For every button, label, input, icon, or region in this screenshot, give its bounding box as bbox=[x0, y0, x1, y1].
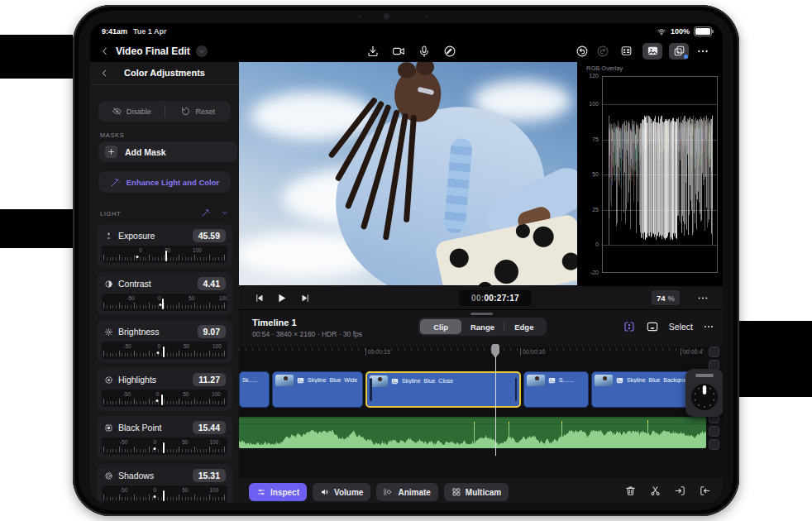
scrollbar-segment[interactable] bbox=[709, 439, 719, 450]
button-label: Multicam bbox=[466, 488, 501, 497]
slider-handle[interactable] bbox=[163, 442, 165, 453]
slider-card-brightness[interactable]: Brightness9.07-50050100 bbox=[97, 320, 232, 363]
timeline-clip[interactable]: Sk...... bbox=[239, 371, 270, 408]
slider-value[interactable]: 15.31 bbox=[193, 469, 226, 482]
clip-thumbnail bbox=[370, 375, 388, 387]
clip-action-buttons bbox=[624, 485, 711, 497]
photo-icon bbox=[547, 376, 556, 385]
disable-button[interactable]: Disable bbox=[98, 101, 165, 122]
timeline-clip[interactable]: Skyline_Blue_Close bbox=[365, 371, 521, 408]
slider-handle[interactable] bbox=[162, 299, 164, 309]
undo-button[interactable] bbox=[575, 44, 589, 58]
trim-handle-left[interactable] bbox=[370, 378, 372, 401]
reset-button[interactable]: Reset bbox=[165, 101, 232, 122]
add-mask-button[interactable]: Add Mask bbox=[98, 141, 237, 162]
trim-handle-right[interactable] bbox=[515, 378, 518, 401]
app-screen: 9:41am Tue 1 Apr 100% Video Final Edit bbox=[90, 23, 723, 503]
timeline-title: Timeline 1 bbox=[252, 318, 297, 327]
media-browser-button[interactable] bbox=[642, 43, 662, 60]
slider-handle[interactable] bbox=[161, 394, 163, 405]
slider-label: Brightness bbox=[118, 327, 193, 337]
disable-label: Disable bbox=[127, 108, 151, 116]
timeline-clip[interactable]: Skyline_Blue_Wide bbox=[272, 371, 363, 408]
redo-button[interactable] bbox=[595, 44, 609, 58]
slider-label: Highlights bbox=[118, 375, 188, 385]
blade-split-icon[interactable] bbox=[649, 485, 662, 497]
select-button[interactable]: Select bbox=[669, 322, 693, 332]
slider-value[interactable]: 11.27 bbox=[193, 373, 226, 386]
timeline-clip[interactable]: S....... bbox=[523, 371, 589, 408]
inspector-button[interactable] bbox=[616, 43, 636, 60]
timecode-display: 00:00:27:17 bbox=[459, 290, 532, 306]
light-collapse-icon[interactable] bbox=[221, 208, 229, 217]
timeline-mode-clip[interactable]: Clip bbox=[420, 319, 461, 334]
slider-ruler-contrast[interactable]: -50050100 bbox=[102, 294, 227, 311]
audio-track-waveform[interactable] bbox=[239, 417, 706, 448]
status-time: 9:41am bbox=[102, 27, 127, 36]
timecode-value: 00:27:17 bbox=[484, 294, 518, 303]
slider-ruler-highlights[interactable]: -50050100 bbox=[102, 390, 227, 407]
magnetic-timeline-icon[interactable] bbox=[623, 320, 636, 333]
back-icon[interactable] bbox=[100, 46, 110, 56]
light-auto-wand-icon[interactable] bbox=[201, 208, 211, 217]
record-video-icon[interactable] bbox=[392, 45, 405, 58]
slider-value[interactable]: 45.59 bbox=[193, 229, 226, 242]
slider-ruler-brightness[interactable]: -50050100 bbox=[102, 342, 227, 359]
project-title[interactable]: Video Final Edit bbox=[116, 45, 190, 57]
effects-badge bbox=[684, 55, 688, 59]
viewer-more-icon[interactable] bbox=[696, 292, 709, 304]
timeline-drag-handle[interactable] bbox=[470, 313, 493, 315]
volume-button[interactable]: Volume bbox=[313, 483, 370, 501]
edit-mode-segmented-control: ClipRangeEdge bbox=[418, 318, 547, 336]
rgb-overlay-scope: RGB Overlay 1201007550250-20 bbox=[577, 62, 723, 285]
dial-grab-bar[interactable] bbox=[695, 374, 714, 377]
slider-value[interactable]: 9.07 bbox=[198, 325, 226, 338]
slider-value[interactable]: 4.41 bbox=[198, 277, 226, 290]
slider-ruler-exposure[interactable]: 050100 bbox=[102, 246, 227, 263]
timeline-toolbar: InspectVolumeAnimateMulticam bbox=[249, 483, 509, 501]
slider-card-contrast[interactable]: Contrast4.41-50050100 bbox=[97, 272, 232, 315]
live-drawing-icon[interactable] bbox=[443, 45, 456, 58]
insert-clip-icon[interactable] bbox=[674, 485, 686, 497]
slider-ruler-shadows[interactable]: -50050100 bbox=[102, 485, 227, 503]
inspect-button[interactable]: Inspect bbox=[249, 483, 307, 501]
viewer-zoom-button[interactable]: 74 % bbox=[652, 290, 680, 305]
shadows-icon bbox=[104, 471, 113, 480]
scrollbar-segment[interactable] bbox=[709, 347, 719, 357]
timeline-ruler[interactable]: 00:00:1500:00:3000:00:4 bbox=[239, 347, 706, 360]
zoom-value: 74 bbox=[657, 294, 666, 303]
next-frame-button[interactable] bbox=[300, 293, 311, 304]
slider-value[interactable]: 15.44 bbox=[193, 421, 226, 434]
multicam-button[interactable]: Multicam bbox=[444, 483, 509, 501]
slider-card-exposure[interactable]: Exposure45.59050100 bbox=[97, 224, 232, 267]
enhance-light-color-button[interactable]: Enhance Light and Color bbox=[98, 171, 231, 193]
slider-handle[interactable] bbox=[163, 347, 165, 357]
button-label: Animate bbox=[398, 488, 430, 497]
scope-axis-label: 0 bbox=[580, 241, 599, 247]
precision-dial[interactable] bbox=[685, 369, 723, 417]
slider-ruler-black-point[interactable]: -50050100 bbox=[102, 437, 227, 455]
project-menu-button[interactable] bbox=[196, 45, 208, 57]
animate-button[interactable]: Animate bbox=[376, 483, 437, 501]
background-shape bbox=[0, 35, 73, 79]
timeline-mode-edge[interactable]: Edge bbox=[504, 319, 545, 334]
record-voiceover-icon[interactable] bbox=[418, 45, 431, 58]
reset-icon bbox=[180, 106, 191, 117]
slider-handle[interactable] bbox=[163, 490, 165, 501]
import-media-icon[interactable] bbox=[366, 45, 380, 58]
clip-appearance-icon[interactable] bbox=[646, 320, 659, 333]
timeline-mode-range[interactable]: Range bbox=[461, 319, 503, 334]
slider-handle[interactable] bbox=[165, 251, 167, 261]
slider-card-shadows[interactable]: Shadows15.31-50050100 bbox=[97, 464, 232, 503]
play-button[interactable] bbox=[275, 292, 288, 304]
previous-frame-button[interactable] bbox=[254, 293, 265, 304]
scrollbar-segment[interactable] bbox=[709, 426, 719, 437]
slider-card-highlights[interactable]: Highlights11.27-50050100 bbox=[97, 368, 232, 411]
timeline-more-icon[interactable] bbox=[703, 321, 714, 332]
slider-card-black-point[interactable]: Black Point15.44-50050100 bbox=[97, 416, 232, 459]
clip-label: Sk...... bbox=[242, 377, 257, 383]
more-button[interactable] bbox=[695, 44, 709, 58]
delete-icon[interactable] bbox=[624, 485, 637, 497]
slider-label: Exposure bbox=[118, 231, 188, 241]
effects-browser-button[interactable] bbox=[669, 43, 689, 60]
